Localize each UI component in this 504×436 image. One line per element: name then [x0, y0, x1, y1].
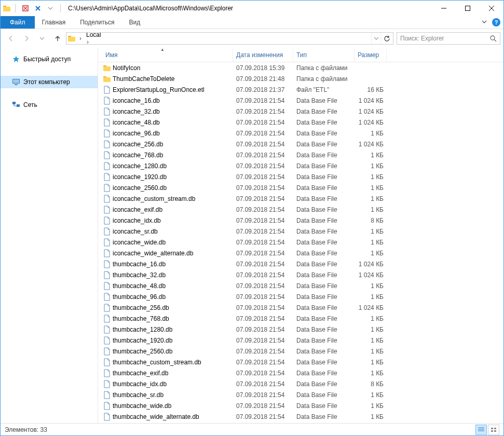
- status-items-label: Элементов:: [5, 426, 38, 433]
- breadcrumb-segment[interactable]: Local: [84, 32, 129, 38]
- file-icon: [102, 238, 112, 247]
- file-size: 1 КБ: [355, 130, 387, 137]
- file-size: 1 024 КБ: [355, 271, 387, 279]
- file-date: 07.09.2018 21:54: [233, 271, 293, 279]
- file-date: 07.09.2018 21:54: [233, 195, 293, 202]
- file-row[interactable]: iconcache_wide.db07.09.2018 21:54Data Ba…: [98, 237, 503, 248]
- up-button[interactable]: [50, 31, 65, 46]
- history-dropdown[interactable]: [35, 31, 49, 46]
- column-name[interactable]: Имя: [102, 48, 233, 62]
- tab-file[interactable]: Файл: [1, 16, 35, 29]
- column-type[interactable]: Тип: [293, 48, 355, 62]
- file-size: 1 КБ: [355, 326, 387, 333]
- file-row[interactable]: iconcache_1920.db07.09.2018 21:54Data Ba…: [98, 171, 503, 182]
- close-button[interactable]: [480, 1, 503, 16]
- file-row[interactable]: iconcache_1280.db07.09.2018 21:54Data Ba…: [98, 160, 503, 171]
- address-bar[interactable]: › Пользователи›Admin›AppData›Local›Micro…: [66, 32, 393, 45]
- file-row[interactable]: thumbcache_32.db07.09.2018 21:54Data Bas…: [98, 269, 503, 280]
- file-date: 07.09.2018 21:54: [233, 348, 293, 355]
- file-row[interactable]: iconcache_16.db07.09.2018 21:54Data Base…: [98, 95, 503, 106]
- svg-rect-6: [68, 37, 75, 42]
- file-row[interactable]: thumbcache_48.db07.09.2018 21:54Data Bas…: [98, 280, 503, 291]
- address-dropdown-icon[interactable]: [371, 33, 380, 44]
- file-row[interactable]: iconcache_wide_alternate.db07.09.2018 21…: [98, 248, 503, 258]
- file-row[interactable]: thumbcache_wide_alternate.db07.09.2018 2…: [98, 411, 503, 422]
- file-row[interactable]: thumbcache_1920.db07.09.2018 21:54Data B…: [98, 335, 503, 346]
- file-row[interactable]: thumbcache_exif.db07.09.2018 21:54Data B…: [98, 367, 503, 378]
- forward-button[interactable]: [19, 31, 34, 46]
- file-list[interactable]: NotifyIcon07.09.2018 15:39Папка с файлам…: [98, 62, 503, 423]
- file-date: 07.09.2018 21:54: [233, 162, 293, 170]
- file-row[interactable]: thumbcache_sr.db07.09.2018 21:54Data Bas…: [98, 389, 503, 400]
- file-type: Data Base File: [293, 380, 355, 388]
- minimize-button[interactable]: [432, 1, 456, 16]
- nav-quick-access[interactable]: Быстрый доступ: [1, 53, 98, 65]
- view-details-button[interactable]: [475, 425, 487, 435]
- svg-rect-14: [17, 104, 20, 107]
- file-row[interactable]: thumbcache_96.db07.09.2018 21:54Data Bas…: [98, 291, 503, 302]
- file-row[interactable]: thumbcache_256.db07.09.2018 21:54Data Ba…: [98, 302, 503, 313]
- file-name: iconcache_exif.db: [112, 206, 233, 213]
- view-large-icons-button[interactable]: [488, 425, 499, 435]
- file-row[interactable]: iconcache_sr.db07.09.2018 21:54Data Base…: [98, 226, 503, 237]
- tab-view[interactable]: Вид: [121, 16, 147, 29]
- file-date: 07.09.2018 21:54: [233, 152, 293, 159]
- file-icon: [102, 358, 112, 366]
- file-row[interactable]: iconcache_exif.db07.09.2018 21:54Data Ba…: [98, 204, 503, 215]
- file-size: 1 КБ: [355, 402, 387, 410]
- file-row[interactable]: iconcache_768.db07.09.2018 21:54Data Bas…: [98, 149, 503, 160]
- file-size: 1 КБ: [355, 195, 387, 202]
- qat-close-pane-icon[interactable]: [32, 3, 44, 14]
- breadcrumb-chevron-icon[interactable]: ›: [84, 38, 91, 45]
- file-icon: [102, 304, 112, 312]
- file-row[interactable]: iconcache_custom_stream.db07.09.2018 21:…: [98, 193, 503, 204]
- svg-marker-9: [13, 56, 19, 62]
- file-row[interactable]: thumbcache_custom_stream.db07.09.2018 21…: [98, 357, 503, 367]
- search-input[interactable]: [400, 35, 489, 42]
- file-name: ExplorerStartupLog_RunOnce.etl: [112, 86, 233, 93]
- back-button[interactable]: [4, 31, 18, 46]
- file-row[interactable]: thumbcache_16.db07.09.2018 21:54Data Bas…: [98, 258, 503, 269]
- tab-share[interactable]: Поделиться: [73, 16, 121, 29]
- folder-icon: [102, 75, 112, 83]
- file-date: 07.09.2018 21:54: [233, 326, 293, 333]
- file-size: 1 024 КБ: [355, 108, 387, 115]
- file-name: iconcache_256.db: [112, 141, 233, 148]
- maximize-button[interactable]: [456, 1, 480, 16]
- file-size: 1 КБ: [355, 370, 387, 377]
- file-size: 1 КБ: [355, 391, 387, 399]
- tab-home[interactable]: Главная: [35, 16, 73, 29]
- file-type: Data Base File: [293, 162, 355, 170]
- file-name: iconcache_16.db: [112, 97, 233, 104]
- column-size[interactable]: Размер: [355, 48, 387, 62]
- file-row[interactable]: iconcache_2560.db07.09.2018 21:54Data Ba…: [98, 182, 503, 193]
- file-row[interactable]: thumbcache_1280.db07.09.2018 21:54Data B…: [98, 324, 503, 335]
- nav-label: Быстрый доступ: [23, 56, 71, 63]
- file-size: 8 КБ: [355, 380, 387, 388]
- file-row[interactable]: iconcache_48.db07.09.2018 21:54Data Base…: [98, 117, 503, 128]
- file-row[interactable]: iconcache_256.db07.09.2018 21:54Data Bas…: [98, 139, 503, 149]
- file-row[interactable]: NotifyIcon07.09.2018 15:39Папка с файлам…: [98, 62, 503, 73]
- help-icon[interactable]: ?: [492, 18, 500, 26]
- file-row[interactable]: thumbcache_2560.db07.09.2018 21:54Data B…: [98, 346, 503, 357]
- file-row[interactable]: iconcache_idx.db07.09.2018 21:54Data Bas…: [98, 215, 503, 226]
- file-size: 1 КБ: [355, 293, 387, 301]
- file-row[interactable]: ExplorerStartupLog_RunOnce.etl07.09.2018…: [98, 84, 503, 95]
- ribbon-expand-icon[interactable]: [482, 19, 487, 26]
- breadcrumb-root-chevron-icon[interactable]: ›: [77, 35, 84, 42]
- column-date[interactable]: Дата изменения: [233, 48, 293, 62]
- file-row[interactable]: ThumbCacheToDelete07.09.2018 21:48Папка …: [98, 73, 503, 84]
- nav-network[interactable]: Сеть: [1, 99, 98, 111]
- qat-dropdown-icon[interactable]: [45, 3, 56, 14]
- nav-this-pc[interactable]: Этот компьютер: [1, 76, 98, 88]
- file-date: 07.09.2018 21:54: [233, 293, 293, 301]
- file-row[interactable]: iconcache_96.db07.09.2018 21:54Data Base…: [98, 128, 503, 139]
- file-row[interactable]: iconcache_32.db07.09.2018 21:54Data Base…: [98, 106, 503, 117]
- search-box[interactable]: [397, 32, 500, 45]
- file-row[interactable]: thumbcache_wide.db07.09.2018 21:54Data B…: [98, 400, 503, 411]
- file-row[interactable]: thumbcache_idx.db07.09.2018 21:54Data Ba…: [98, 378, 503, 389]
- file-row[interactable]: thumbcache_768.db07.09.2018 21:54Data Ba…: [98, 313, 503, 324]
- navbar: › Пользователи›Admin›AppData›Local›Micro…: [1, 29, 503, 48]
- qat-properties-icon[interactable]: [20, 3, 31, 14]
- refresh-button[interactable]: [380, 33, 393, 44]
